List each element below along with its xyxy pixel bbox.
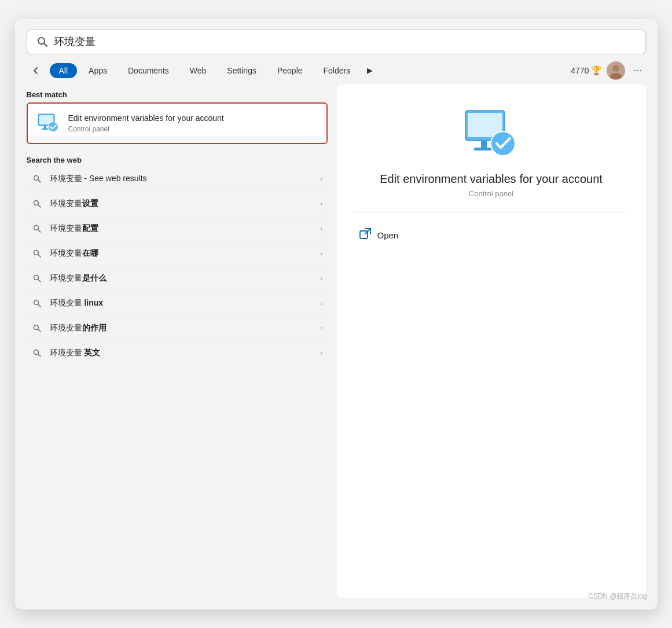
more-options-button[interactable]: ··· (630, 63, 645, 78)
tab-web[interactable]: Web (181, 63, 216, 78)
list-item[interactable]: 环境变量的作用 › (27, 316, 328, 341)
list-item[interactable]: 环境变量是什么 › (27, 266, 328, 291)
search-icon (31, 273, 43, 284)
list-item-text: 环境变量在哪 (50, 248, 314, 259)
back-button[interactable] (27, 61, 45, 80)
trophy-icon: 🏆 (591, 65, 602, 76)
chevron-right-icon: › (320, 174, 322, 183)
search-icon (31, 298, 43, 309)
tab-all[interactable]: All (50, 63, 78, 78)
filter-right: 4770 🏆 ··· (571, 61, 645, 80)
more-tabs-button[interactable]: ▶ (362, 63, 378, 79)
best-match-text: Edit environment variables for your acco… (68, 113, 317, 134)
chevron-right-icon: › (320, 348, 322, 357)
right-panel-subtitle: Control panel (469, 189, 513, 198)
search-bar-area (15, 19, 658, 54)
svg-point-3 (610, 73, 622, 79)
chevron-right-icon: › (320, 299, 322, 307)
svg-point-2 (612, 65, 619, 72)
chevron-right-icon: › (320, 324, 322, 332)
list-item[interactable]: 环境变量设置 › (27, 192, 328, 216)
search-icon (31, 322, 43, 334)
svg-line-13 (38, 204, 41, 207)
search-icon (31, 173, 43, 185)
list-item-text: 环境变量的作用 (50, 323, 314, 333)
best-match-title: Edit environment variables for your acco… (68, 113, 317, 124)
svg-line-21 (38, 304, 41, 307)
svg-rect-29 (474, 148, 491, 150)
search-icon (31, 198, 43, 210)
search-icon (31, 347, 43, 359)
chevron-right-icon: › (320, 249, 322, 258)
tab-apps[interactable]: Apps (79, 63, 116, 78)
right-panel: Edit environment variables for your acco… (337, 85, 646, 598)
tab-documents[interactable]: Documents (119, 63, 178, 78)
tab-people[interactable]: People (268, 63, 312, 78)
svg-line-17 (38, 254, 41, 257)
web-list: 环境变量 - See web results › 环境变量设置 › (27, 167, 328, 365)
chevron-right-icon: › (320, 274, 322, 282)
svg-line-15 (38, 229, 41, 232)
score-value: 4770 (571, 66, 589, 75)
svg-line-23 (38, 329, 41, 332)
svg-rect-6 (44, 126, 46, 128)
watermark: CSDN @程序员log (588, 592, 647, 601)
list-item[interactable]: 环境变量 英文 › (27, 341, 328, 365)
search-bar (27, 30, 646, 54)
open-button[interactable]: Open (354, 224, 403, 247)
main-content: Best match (15, 85, 658, 609)
list-item-text: 环境变量是什么 (50, 273, 314, 284)
list-item[interactable]: 环境变量在哪 › (27, 241, 328, 266)
open-label: Open (377, 230, 399, 240)
chevron-right-icon: › (320, 224, 322, 233)
list-item[interactable]: 环境变量 - See web results › (27, 167, 328, 192)
list-item[interactable]: 环境变量 linux › (27, 291, 328, 316)
best-match-icon (37, 112, 60, 135)
svg-rect-28 (481, 141, 487, 148)
list-item-text: 环境变量 linux (50, 298, 314, 309)
search-icon (36, 36, 48, 47)
svg-point-31 (491, 132, 515, 155)
right-panel-icon (462, 108, 520, 162)
score-badge: 4770 🏆 (571, 65, 602, 76)
svg-line-11 (38, 179, 41, 182)
svg-line-25 (38, 354, 41, 357)
list-item-text: 环境变量 - See web results (50, 174, 314, 184)
svg-line-1 (43, 43, 47, 47)
best-match-subtitle: Control panel (68, 125, 317, 133)
open-icon (359, 227, 372, 243)
best-match-item[interactable]: Edit environment variables for your acco… (27, 102, 328, 144)
search-icon (31, 248, 43, 259)
left-panel: Best match (27, 85, 328, 598)
list-item-text: 环境变量配置 (50, 223, 314, 234)
divider (354, 212, 629, 212)
filter-tabs: All Apps Documents Web Settings People F… (15, 54, 658, 85)
list-item-text: 环境变量 英文 (50, 348, 314, 358)
right-panel-title: Edit environment variables for your acco… (380, 172, 603, 186)
tab-settings[interactable]: Settings (218, 63, 266, 78)
search-input[interactable] (54, 36, 636, 48)
list-item[interactable]: 环境变量配置 › (27, 216, 328, 241)
svg-line-19 (38, 279, 41, 282)
web-section-label: Search the web (27, 151, 328, 167)
search-icon (31, 223, 43, 234)
svg-rect-7 (42, 128, 49, 130)
list-item-text: 环境变量设置 (50, 199, 314, 209)
chevron-right-icon: › (320, 199, 322, 208)
best-match-label: Best match (27, 85, 328, 102)
tab-folders[interactable]: Folders (314, 63, 360, 78)
avatar[interactable] (607, 61, 625, 80)
